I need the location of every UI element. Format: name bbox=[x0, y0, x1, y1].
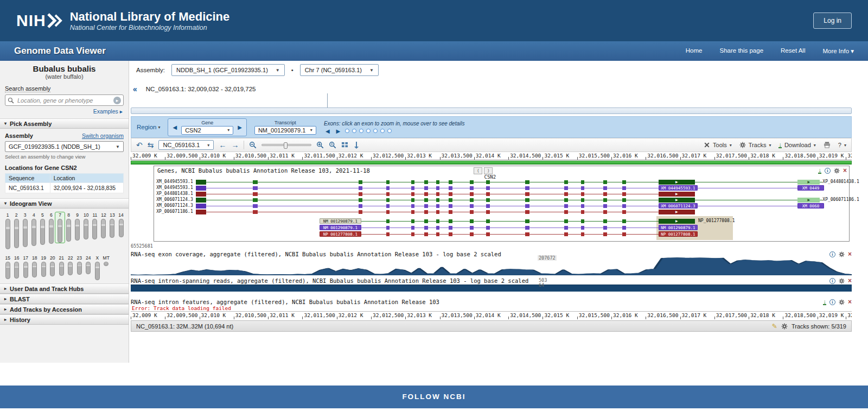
info-icon[interactable]: i bbox=[829, 278, 835, 284]
gene-exon[interactable] bbox=[253, 204, 258, 208]
nav-reset-all[interactable]: Reset All bbox=[781, 47, 805, 55]
gene-exon[interactable] bbox=[253, 180, 258, 184]
exon-dot-1[interactable] bbox=[345, 129, 349, 133]
gene-accession-box[interactable]: XM_006071124.3 bbox=[659, 203, 698, 208]
chromosome-selector[interactable]: Chr 7 (NC_059163.1) ▼ bbox=[300, 64, 379, 76]
nav-share-this-page[interactable]: Share this page bbox=[720, 47, 764, 55]
gene-exon[interactable] bbox=[486, 232, 489, 236]
collapse-panel-button[interactable]: « bbox=[133, 85, 137, 93]
gene-exon[interactable] bbox=[359, 180, 363, 184]
gene-exon[interactable] bbox=[424, 219, 427, 223]
sidebar-section-blast[interactable]: ▸BLAST bbox=[0, 294, 129, 304]
gene-exon[interactable] bbox=[386, 198, 390, 202]
gene-exon[interactable] bbox=[386, 192, 390, 196]
gene-exon[interactable] bbox=[603, 186, 608, 190]
gene-exon[interactable] bbox=[449, 219, 452, 223]
gene-exon[interactable] bbox=[196, 192, 206, 197]
gene-exon[interactable] bbox=[622, 219, 626, 223]
chromosome-11[interactable]: 11 bbox=[91, 212, 99, 239]
gene-exon[interactable] bbox=[449, 186, 452, 190]
gene-exon[interactable] bbox=[603, 204, 608, 208]
chromosome-1[interactable]: 1 bbox=[3, 212, 12, 249]
gene-exon[interactable] bbox=[603, 232, 608, 236]
gene-exon[interactable] bbox=[470, 204, 474, 208]
download-menu[interactable]: ↓ Download ▾ bbox=[778, 142, 815, 148]
gene-exon[interactable] bbox=[470, 219, 474, 223]
exon-dot-4[interactable] bbox=[366, 129, 371, 133]
marker-tool-icon[interactable] bbox=[353, 141, 360, 149]
gene-exon[interactable] bbox=[411, 198, 414, 202]
gene-exon[interactable] bbox=[525, 180, 529, 184]
zoom-sequence-icon[interactable] bbox=[329, 141, 336, 149]
close-icon[interactable]: × bbox=[848, 299, 852, 305]
chromosome-X[interactable]: X bbox=[93, 255, 102, 280]
gene-exon[interactable] bbox=[386, 180, 390, 184]
gene-exon[interactable] bbox=[386, 219, 390, 223]
exon-dot-5[interactable] bbox=[373, 129, 378, 133]
gene-exon[interactable] bbox=[436, 204, 439, 208]
next-exon-button[interactable]: ▶ bbox=[335, 128, 342, 134]
transcript-dropdown[interactable]: NM_001290879.1 ▾ bbox=[254, 126, 316, 135]
chromosome-7[interactable]: 7 bbox=[55, 212, 64, 243]
gene-exon[interactable] bbox=[564, 186, 569, 190]
gene-exon[interactable] bbox=[449, 180, 452, 184]
gene-exon[interactable] bbox=[581, 226, 584, 230]
gene-exon[interactable] bbox=[470, 232, 474, 236]
gene-exon[interactable] bbox=[449, 232, 452, 236]
gene-exon[interactable] bbox=[603, 219, 608, 223]
gene-exon[interactable] bbox=[253, 186, 258, 190]
chromosome-6[interactable]: 6 bbox=[47, 212, 55, 244]
gene-exon[interactable] bbox=[603, 192, 608, 196]
gene-exon[interactable] bbox=[411, 204, 414, 208]
examples-link[interactable]: Examples ▸ bbox=[6, 108, 123, 115]
gene-exon[interactable] bbox=[196, 180, 206, 185]
gene-exon[interactable] bbox=[436, 192, 439, 196]
sequence-dropdown[interactable]: NC_059163.1 ▾ bbox=[158, 140, 214, 150]
sidebar-section-history[interactable]: ▸History bbox=[0, 314, 129, 325]
gene-exon[interactable] bbox=[424, 192, 427, 196]
gene-exon[interactable] bbox=[622, 192, 626, 196]
gene-exon[interactable] bbox=[359, 192, 363, 196]
gene-exon[interactable] bbox=[564, 219, 569, 223]
gene-exon[interactable] bbox=[564, 180, 569, 184]
gene-exon[interactable] bbox=[436, 219, 439, 223]
gene-exon[interactable] bbox=[581, 232, 584, 236]
gene-exon[interactable] bbox=[411, 232, 414, 236]
gene-accession-box[interactable]: NM_001290879.1 bbox=[320, 218, 361, 224]
gene-cds-box[interactable]: ▶ bbox=[659, 219, 695, 224]
zoom-out-icon[interactable] bbox=[249, 141, 257, 149]
gene-exon[interactable] bbox=[411, 210, 414, 214]
gene-exon[interactable] bbox=[424, 204, 427, 208]
chromosome-2[interactable]: 2 bbox=[12, 212, 21, 248]
undo-icon[interactable]: ↶ bbox=[136, 141, 143, 149]
exon-dot-7[interactable] bbox=[387, 129, 392, 133]
close-icon[interactable]: × bbox=[843, 168, 847, 174]
tracks-shown-text[interactable]: Tracks shown: 5/319 bbox=[792, 323, 846, 330]
chromosome-12[interactable]: 12 bbox=[99, 212, 108, 238]
chromosome-5[interactable]: 5 bbox=[38, 212, 47, 245]
gear-icon[interactable] bbox=[781, 323, 788, 330]
gene-end-box[interactable]: ▶ bbox=[797, 198, 820, 203]
assembly-dropdown[interactable]: GCF_019923935.1 (NDDB_SH_1) ▼ bbox=[5, 141, 124, 152]
download-icon[interactable]: ↓ bbox=[818, 167, 821, 174]
gene-exon[interactable] bbox=[603, 226, 608, 230]
flip-strands-icon[interactable]: ⇆ bbox=[148, 141, 154, 149]
table-view-icon[interactable] bbox=[341, 142, 348, 148]
exon-dot-6[interactable] bbox=[380, 129, 385, 133]
gene-exon[interactable] bbox=[411, 219, 414, 223]
sequence-track-bar[interactable] bbox=[131, 161, 852, 165]
gene-exon[interactable] bbox=[411, 226, 414, 230]
gene-exon[interactable] bbox=[386, 226, 390, 230]
section-ideogram-view[interactable]: ▾ Ideogram View bbox=[0, 198, 129, 208]
gene-intron-line[interactable] bbox=[196, 212, 695, 212]
region-selector[interactable]: Region ▾ bbox=[137, 124, 160, 130]
gene-exon[interactable] bbox=[525, 204, 529, 208]
gene-exon[interactable] bbox=[196, 204, 206, 208]
edit-tracks-icon[interactable]: ✎ bbox=[772, 323, 777, 330]
gene-exon[interactable] bbox=[253, 210, 258, 214]
gene-exon[interactable] bbox=[564, 232, 569, 236]
gene-exon[interactable] bbox=[581, 210, 584, 214]
gene-exon[interactable] bbox=[359, 210, 363, 214]
gene-intron-line[interactable] bbox=[196, 182, 822, 182]
chromosome-13[interactable]: 13 bbox=[108, 212, 117, 238]
